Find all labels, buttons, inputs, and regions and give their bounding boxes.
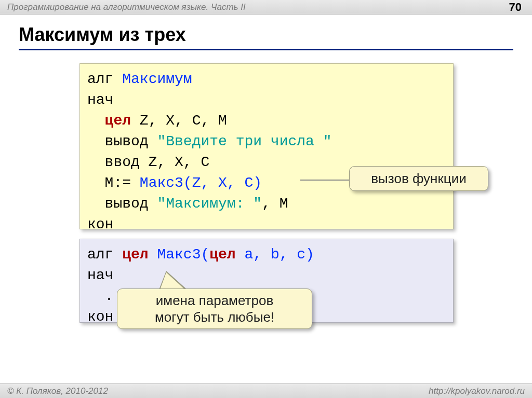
code-keyword: цел (122, 246, 157, 263)
code-keyword: цел (105, 113, 131, 129)
code-text: Макс3( (157, 246, 209, 263)
code-text: нач (87, 92, 113, 108)
callout-tail (160, 272, 185, 290)
code-string: "Максимум: " (157, 196, 262, 212)
header-bar: Программирование на алгоритмическом язык… (0, 0, 532, 15)
slide: Программирование на алгоритмическом язык… (0, 0, 532, 398)
code-text: вывод (87, 133, 157, 149)
code-text: алг (87, 246, 122, 263)
code-block-main: алг Максимум нач цел Z, X, C, M вывод "В… (79, 63, 454, 229)
callout-text: имена параметров могут быть любые! (155, 292, 274, 325)
code-text: кон (87, 216, 113, 232)
page-number: 70 (509, 1, 525, 14)
callout-function-call: вызов функции (349, 166, 488, 191)
footer-url: http://kpolyakov.narod.ru (429, 386, 525, 396)
footer-bar: © К. Поляков, 2010-2012 http://kpolyakov… (0, 383, 532, 398)
code-text: Максимум (122, 71, 192, 87)
code-keyword: цел (209, 246, 235, 263)
chapter-title: Программирование на алгоритмическом язык… (7, 2, 246, 12)
code-call: Макс3(Z, X, C) (140, 175, 262, 191)
callout-param-names: имена параметров могут быть любые! (117, 289, 312, 329)
code-text: кон (87, 309, 113, 325)
code-text: Z, X, C, M (131, 113, 227, 129)
code-text: M:= (87, 175, 140, 191)
code-text: алг (87, 71, 122, 87)
code-text (87, 113, 105, 129)
code-string: "Введите три числа " (157, 133, 331, 149)
code-text: , M (262, 196, 288, 212)
callout-connector (300, 180, 350, 181)
code-text: a, b, c) (236, 246, 314, 263)
copyright-text: © К. Поляков, 2010-2012 (7, 386, 108, 396)
code-text: нач (87, 267, 113, 283)
code-text: ввод Z, X, C (87, 154, 209, 170)
code-text: вывод (87, 196, 157, 212)
callout-text: вызов функции (371, 171, 466, 187)
slide-title: Максимум из трех (19, 24, 513, 50)
